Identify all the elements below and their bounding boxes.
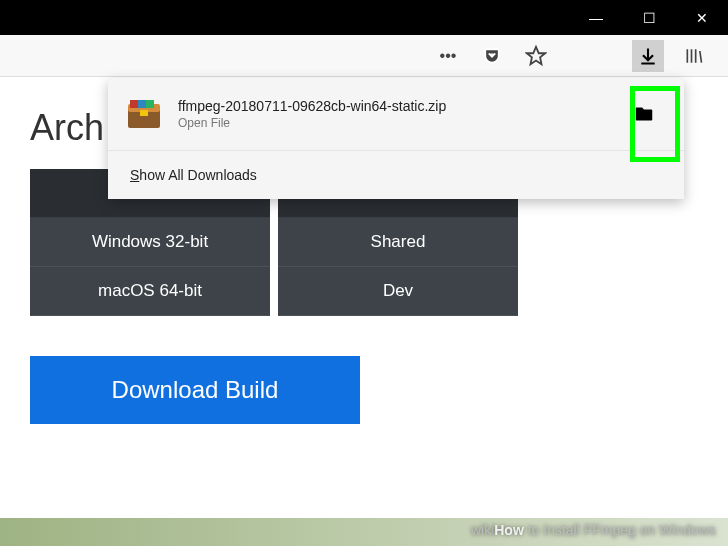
open-folder-button[interactable]	[622, 92, 666, 136]
svg-rect-5	[140, 110, 148, 116]
arch-item-shared[interactable]: Shared	[278, 218, 518, 267]
close-button[interactable]: ✕	[696, 10, 708, 26]
minimize-button[interactable]: —	[589, 10, 603, 26]
browser-toolbar: •••	[0, 35, 728, 77]
star-icon[interactable]	[522, 42, 550, 70]
show-all-downloads[interactable]: Show All Downloads	[108, 151, 684, 199]
download-item[interactable]: ffmpeg-20180711-09628cb-win64-static.zip…	[108, 78, 684, 151]
svg-rect-2	[130, 100, 138, 108]
watermark: wikiHow to Install FFmpeg on Windows	[471, 522, 716, 538]
arch-item-win32[interactable]: Windows 32-bit	[30, 218, 270, 267]
downloads-icon[interactable]	[632, 40, 664, 72]
svg-rect-3	[138, 100, 146, 108]
folder-icon	[633, 103, 655, 125]
arch-item-macos[interactable]: macOS 64-bit	[30, 267, 270, 316]
window-titlebar: — ☐ ✕	[0, 0, 728, 35]
pocket-icon[interactable]	[478, 42, 506, 70]
download-build-button[interactable]: Download Build	[30, 356, 360, 424]
more-icon[interactable]: •••	[434, 42, 462, 70]
maximize-button[interactable]: ☐	[643, 10, 656, 26]
file-info: ffmpeg-20180711-09628cb-win64-static.zip…	[178, 98, 612, 130]
archive-icon	[126, 96, 162, 132]
file-name: ffmpeg-20180711-09628cb-win64-static.zip	[178, 98, 612, 114]
open-file-label: Open File	[178, 116, 612, 130]
downloads-panel: ffmpeg-20180711-09628cb-win64-static.zip…	[108, 78, 684, 199]
library-icon[interactable]	[680, 42, 708, 70]
arch-item-dev[interactable]: Dev	[278, 267, 518, 316]
svg-rect-4	[146, 100, 154, 108]
